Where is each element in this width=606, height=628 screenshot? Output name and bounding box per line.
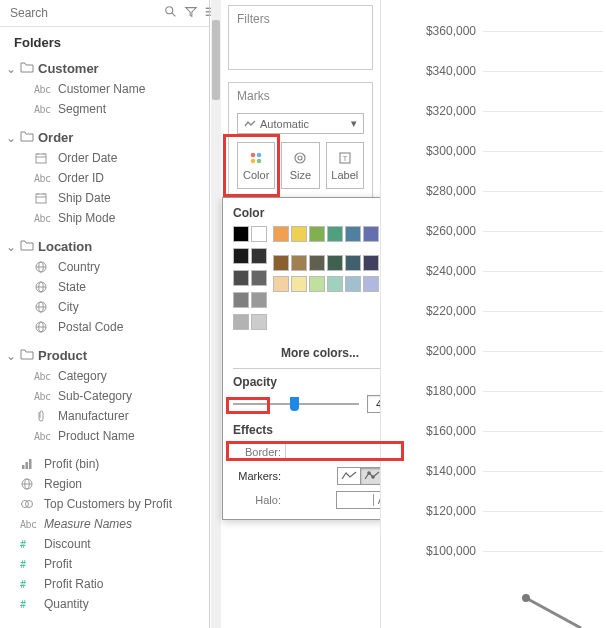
field-name: Order ID <box>58 171 104 185</box>
color-swatch[interactable] <box>251 292 267 308</box>
field-item[interactable]: AbcCategory <box>0 366 209 386</box>
border-label: Border: <box>233 446 281 458</box>
color-swatch[interactable] <box>273 255 289 271</box>
color-swatch[interactable] <box>327 226 343 242</box>
color-swatch[interactable] <box>291 226 307 242</box>
svg-rect-29 <box>26 462 29 469</box>
field-item[interactable]: Ship Date <box>0 188 209 208</box>
field-item[interactable]: AbcSub-Category <box>0 386 209 406</box>
color-swatch[interactable] <box>233 226 249 242</box>
folder-header[interactable]: ⌄ Product <box>0 345 209 366</box>
color-swatch[interactable] <box>345 226 361 242</box>
color-button[interactable]: Color <box>237 142 275 189</box>
y-axis-tick: $240,000 <box>426 264 476 278</box>
field-item[interactable]: AbcShip Mode <box>0 208 209 228</box>
label-icon: T <box>338 150 352 166</box>
y-axis-tick: $260,000 <box>426 224 476 238</box>
scrollbar-thumb[interactable] <box>212 20 220 100</box>
field-item[interactable]: #Profit Ratio <box>0 574 209 594</box>
folder-header[interactable]: ⌄ Location <box>0 236 209 257</box>
color-swatch[interactable] <box>251 248 267 264</box>
color-swatch[interactable] <box>251 270 267 286</box>
opacity-slider[interactable] <box>233 403 359 405</box>
color-swatch[interactable] <box>309 276 325 292</box>
size-icon <box>293 150 307 166</box>
chevron-down-icon: ⌄ <box>6 349 16 363</box>
color-swatch[interactable] <box>233 248 249 264</box>
marker-none-button[interactable] <box>337 467 361 485</box>
color-swatch[interactable] <box>291 255 307 271</box>
color-swatch[interactable] <box>291 276 307 292</box>
field-name: Profit Ratio <box>44 577 103 591</box>
field-item[interactable]: State <box>0 277 209 297</box>
field-item[interactable]: Country <box>0 257 209 277</box>
field-name: Top Customers by Profit <box>44 497 172 511</box>
field-item[interactable]: AbcSegment <box>0 99 209 119</box>
color-swatch[interactable] <box>233 270 249 286</box>
mark-type-dropdown[interactable]: Automatic ▾ <box>237 113 364 134</box>
gridline <box>483 71 603 72</box>
svg-line-1 <box>172 12 176 16</box>
color-swatch[interactable] <box>251 314 267 330</box>
halo-swatch[interactable] <box>337 492 373 508</box>
color-swatch[interactable] <box>273 226 289 242</box>
svg-text:T: T <box>342 154 347 163</box>
field-item[interactable]: Order Date <box>0 148 209 168</box>
folders-title: Folders <box>0 27 209 58</box>
color-swatch[interactable] <box>233 314 249 330</box>
chevron-down-icon: ⌄ <box>6 131 16 145</box>
color-swatch[interactable] <box>363 276 379 292</box>
filters-shelf[interactable]: Filters <box>228 5 373 70</box>
color-swatch[interactable] <box>233 292 249 308</box>
field-item[interactable]: #Quantity <box>0 594 209 614</box>
field-item[interactable]: Region <box>0 474 209 494</box>
color-swatch[interactable] <box>327 255 343 271</box>
field-item[interactable]: City <box>0 297 209 317</box>
field-item[interactable]: AbcMeasure Names <box>0 514 209 534</box>
color-swatch[interactable] <box>345 276 361 292</box>
field-item[interactable]: AbcCustomer Name <box>0 79 209 99</box>
field-item[interactable]: #Discount <box>0 534 209 554</box>
svg-point-51 <box>522 594 530 602</box>
field-name: Region <box>44 477 82 491</box>
slider-thumb[interactable] <box>290 397 299 411</box>
gridline <box>483 471 603 472</box>
label-button[interactable]: T Label <box>326 142 364 189</box>
field-name: Ship Mode <box>58 211 115 225</box>
field-item[interactable]: Top Customers by Profit <box>0 494 209 514</box>
field-item[interactable]: Manufacturer <box>0 406 209 426</box>
field-name: Sub-Category <box>58 389 132 403</box>
svg-rect-30 <box>29 459 32 469</box>
color-swatch[interactable] <box>363 255 379 271</box>
color-dots-icon <box>249 150 263 166</box>
field-item[interactable]: AbcProduct Name <box>0 426 209 446</box>
field-item[interactable]: Profit (bin) <box>0 454 209 474</box>
field-item[interactable]: AbcOrder ID <box>0 168 209 188</box>
folder-header[interactable]: ⌄ Order <box>0 127 209 148</box>
folder-name: Order <box>38 130 73 145</box>
effects-label: Effects <box>233 423 273 437</box>
folder-name: Product <box>38 348 87 363</box>
search-input[interactable] <box>6 4 164 22</box>
color-swatch[interactable] <box>309 226 325 242</box>
folder-header[interactable]: ⌄ Customer <box>0 58 209 79</box>
line-icon <box>244 120 256 128</box>
field-item[interactable]: Postal Code <box>0 317 209 337</box>
search-icon[interactable] <box>164 5 178 22</box>
sidebar-scrollbar[interactable] <box>211 0 221 628</box>
y-axis-tick: $100,000 <box>426 544 476 558</box>
size-button[interactable]: Size <box>281 142 319 189</box>
color-swatch[interactable] <box>363 226 379 242</box>
color-swatch[interactable] <box>309 255 325 271</box>
color-swatch[interactable] <box>251 226 267 242</box>
folder-name: Location <box>38 239 92 254</box>
y-axis-tick: $140,000 <box>426 464 476 478</box>
filter-icon[interactable] <box>184 5 198 22</box>
color-swatch[interactable] <box>273 276 289 292</box>
field-name: Measure Names <box>44 517 132 531</box>
field-item[interactable]: #Profit <box>0 554 209 574</box>
color-swatch[interactable] <box>345 255 361 271</box>
gridline <box>483 231 603 232</box>
field-name: Profit <box>44 557 72 571</box>
color-swatch[interactable] <box>327 276 343 292</box>
